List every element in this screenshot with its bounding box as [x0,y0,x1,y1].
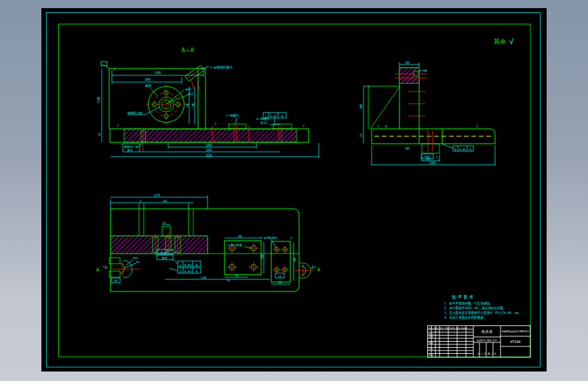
tol-value: 0.05 [184,270,192,273]
dim-10-box: 10 [278,275,281,278]
dim-130: 130 [96,97,100,103]
notes-title: 技术要求 [451,294,475,300]
dim-200: 200 [429,161,435,165]
dim-12-plan: 12 [162,221,166,224]
finish-check-icon: √ [117,123,119,127]
dim-310: 310 [205,153,212,157]
tol-datum: A [196,263,198,266]
dim-130: 130 [201,276,206,279]
dim-35: 35 [235,274,239,277]
front-base-hatch [124,129,296,142]
tb-part-name: 夹具体 [482,329,493,334]
tb-row: 工艺 [429,348,433,350]
tb-row: 校核 [428,336,433,338]
tb-sheet-row: 共 1 张 第 1 张 [477,353,496,355]
label-phi6: φ6 [406,146,410,150]
label-m8: 1-M8螺孔 [226,113,239,117]
label-dia12: φ12 [188,92,193,96]
tol-value: 0.03 [184,263,192,266]
tb-row: 审核 [429,342,433,344]
tol-symbol: ⊥ [265,115,267,118]
dim-5: 5 [140,199,142,203]
tol-value: 0.03 [270,115,277,118]
tb-row: 批准 [429,354,433,357]
label-dia68: φ68 [145,83,151,88]
label-taper-pin: 2-φ6锥销孔配作 [210,65,233,69]
label-r15: R15 [133,256,138,260]
tb-row: 设计 [429,332,433,336]
label-pin-fit: 配作 [128,148,133,152]
dim-50: 50 [191,103,195,107]
finish-check-icon: √ [113,67,115,71]
tb-organization: 机械制造装备设计课程设计 [502,329,530,333]
note-line: 3、定位面对安装基面的平行度误差 不大于0.05，mm。 [444,310,522,315]
finish-check-icon: √ [377,124,379,128]
label-m12: 4-M12贯穿 [228,243,242,247]
dim-65: 65 [163,199,168,203]
tol-value: 0.05 [459,148,467,151]
note-line: 4、非加工表面涂灰色防锈漆。 [444,315,487,320]
label-dia22: φ22 [186,87,191,91]
dim-15: 15 [227,279,230,282]
label-slot-fit2: 配作 [162,256,168,260]
finish-check-icon: √ [302,123,305,127]
label-m8-side: M8 [423,69,427,73]
tol-datum: A [469,148,471,151]
dim-60-right: 60 [260,254,264,258]
tb-material: HT200 [510,340,520,344]
dim-45: 45 [406,60,410,64]
label-r5: R5 [136,260,140,264]
finish-check-icon: √ [476,124,478,128]
note-line: 2、未注圆角半径R3～R5，锐边倒钝后装配。 [444,306,507,310]
dim-90: 90 [359,104,363,108]
dim-100: 100 [144,77,151,81]
cad-canvas: 其余 √ A—A 140 1 [0,0,588,381]
tol-symbol: ∥ [180,270,181,273]
tb-header: 标记 处数 分区 更改文件号 签名 年月日 [428,327,467,329]
tol-symbol: ∥ [454,148,456,151]
dim-20-box: 20 [114,279,117,283]
rest-surfaces-label: 其余 [494,38,506,45]
tol-symbol: ⊥ [180,263,182,266]
section-label: A—A [182,47,195,54]
cad-drawing-screen: 其余 √ A—A 140 1 [0,0,588,381]
dim-160: 160 [205,143,212,147]
dim-30: 30 [186,103,189,107]
dim-140: 140 [155,71,161,75]
label-pin-holes: 2-φ10锥销孔 [260,236,278,239]
dim-245: 245 [205,148,212,152]
dim-40: 40 [293,258,296,262]
note-line: 1、铸件不得有砂眼、气孔等缺陷。 [444,301,493,306]
label-hub-fit: φ40H7/g6 [128,111,142,115]
dim-60-top: 60 [238,235,242,238]
plan-hatch [111,236,208,254]
dim-175: 175 [154,193,160,197]
finish-check-icon: √ [214,121,216,125]
dim-6: 6 [385,125,387,128]
dim-25: 25 [359,133,363,137]
dim-12: 12 [98,132,101,136]
label-m6-depth: 深12 [260,121,267,125]
tb-scale-row: 阶段标记 重量 比例 [477,339,496,342]
dim-15b: 15 [278,281,281,284]
tol-datum: A [196,270,198,273]
label-slot-fit: φ10H7 [161,251,170,254]
label-pin-hole: 锥销孔2-φ6 [123,145,139,148]
finish-check-icon: √ [509,37,514,46]
tol-datum: A [281,115,283,118]
